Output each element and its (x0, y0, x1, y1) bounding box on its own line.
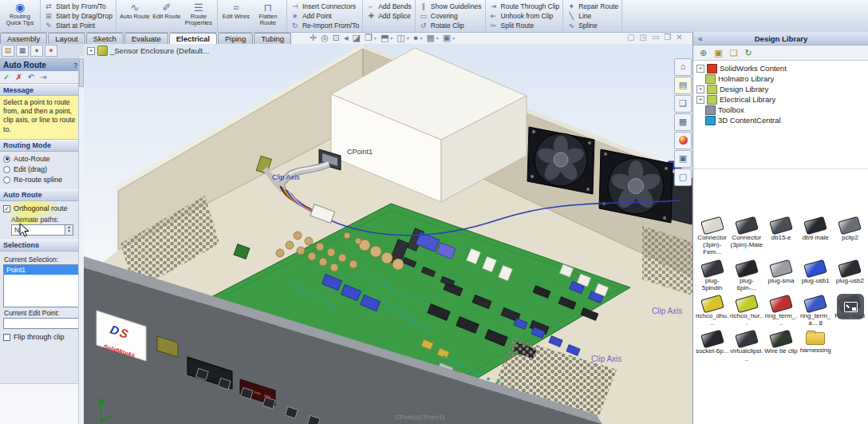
routing-mode-group-header[interactable]: Routing Mode « (0, 140, 84, 152)
tree-expand-icon[interactable]: + (696, 96, 704, 104)
library-part-harnessing[interactable]: harnessing (799, 332, 833, 362)
cancel-icon[interactable]: ✗ (15, 73, 22, 82)
ribbon-button-add-point[interactable]: ∗Add Point (290, 11, 359, 21)
close-icon[interactable]: ✕ (676, 34, 682, 42)
dropdown-arrow-icon[interactable]: ▾ (390, 35, 393, 41)
tree-item-design-library[interactable]: +Design Library (696, 84, 868, 94)
section-view-icon[interactable]: ◪ (353, 33, 361, 43)
previous-view-icon[interactable]: ◂ (344, 33, 349, 43)
library-part-plug-5pindin[interactable]: plug-5pindin (695, 262, 729, 291)
message-group-header[interactable]: Message « (0, 84, 84, 96)
ribbon-button-auto-route[interactable]: ∿Auto Route (119, 1, 151, 31)
ribbon-button-unhook-from-clip[interactable]: ⇤Unhook from Clip (489, 11, 560, 21)
ribbon-button-show-guidelines[interactable]: ∥Show Guidelines (419, 2, 482, 11)
zoom-fit-icon[interactable]: ◎ (321, 33, 329, 43)
cascade-icon[interactable]: ❐ (664, 34, 671, 42)
tree-item-solidworks-content[interactable]: +SolidWorks Content (696, 63, 868, 73)
ribbon-button-start-by-from-to[interactable]: ⇄Start by From/To (44, 2, 112, 11)
radio-icon[interactable] (3, 176, 10, 184)
ribbon-button-route-properties[interactable]: ☰Route Properties (183, 1, 215, 31)
tree-item-toolbox[interactable]: Toolbox (696, 105, 868, 115)
refresh-icon[interactable]: ↻ (745, 47, 752, 58)
dropdown-arrow-icon[interactable]: ▾ (374, 35, 377, 41)
library-part-db15-e[interactable]: db15-e (763, 219, 798, 256)
library-part-richco-dhu[interactable]: richco_dhu... (695, 297, 729, 327)
configurationmanager-tab[interactable]: ♦ (30, 45, 43, 57)
library-part-pclip2[interactable]: pclip2 (833, 219, 867, 256)
library-part-ring-term[interactable]: ring_term_... (763, 297, 798, 327)
tab-piping[interactable]: Piping (218, 33, 253, 44)
file-explorer-tab[interactable]: ❏ (674, 95, 692, 113)
view-orientation-icon[interactable]: ❒ (365, 33, 373, 43)
dimxpertmanager-tab[interactable]: ● (45, 45, 57, 57)
orthogonal-route-checkbox[interactable]: ✓ (3, 205, 10, 212)
video-overlay-button[interactable] (837, 294, 864, 319)
panel-scrollbar[interactable] (78, 57, 84, 424)
restore-icon[interactable]: ◳ (639, 34, 646, 42)
custom-properties-tab[interactable]: ▣ (674, 150, 692, 168)
selections-group-header[interactable]: Selections « (0, 240, 84, 252)
tree-item-electrical-library[interactable]: +Electrical Library (696, 94, 868, 105)
orthogonal-route-option[interactable]: ✓ Orthogonal route (3, 204, 81, 214)
library-part-richco-hur[interactable]: richco_hur... (729, 297, 763, 327)
ribbon-button-flatten-route[interactable]: ⊓Flatten Route (252, 1, 284, 31)
hide-show-items-icon[interactable]: ◫ (397, 33, 404, 43)
current-edit-point-input[interactable] (3, 318, 81, 329)
library-part-ring-term-a-8[interactable]: ring_term_a... 8 (799, 297, 833, 327)
zoom-area-icon[interactable]: ⊡ (333, 33, 340, 43)
pushpin-icon[interactable]: ⇥ (40, 73, 46, 82)
display-style-icon[interactable]: ⬒ (381, 33, 389, 43)
design-library-tab[interactable]: ▤ (674, 77, 692, 94)
maximize-icon[interactable]: ▢ (627, 34, 634, 42)
routing-mode-option-re-route-spline[interactable]: Re-route spline (3, 175, 81, 185)
flip-through-clip-checkbox[interactable] (3, 334, 10, 341)
dropdown-arrow-icon[interactable]: ▾ (436, 35, 439, 41)
propertymanager-tab[interactable]: ▦ (16, 45, 29, 57)
library-part-plug-usb1[interactable]: plug-usb1 (799, 262, 833, 291)
document-recovery-tab[interactable]: ▢ (674, 168, 692, 186)
ribbon-button-repair-route[interactable]: ✦Repair Route (566, 2, 618, 11)
collapse-panel-icon[interactable]: « (693, 34, 708, 43)
solidworks-resources-tab[interactable]: ⌂ (674, 58, 692, 76)
tab-assembly[interactable]: Assembly (0, 33, 47, 44)
ribbon-button-edit-wires[interactable]: ≈Edit Wires (220, 1, 252, 31)
routing-mode-option-auto-route[interactable]: Auto-Route (3, 154, 81, 164)
feature-tree-item[interactable]: + _Sensor Enclosure (Default... (87, 46, 209, 56)
tree-item-holmatro-library[interactable]: Holmatro Library (696, 73, 868, 84)
current-selection-listbox[interactable]: Point1 (3, 264, 81, 307)
dropdown-arrow-icon[interactable]: ▾ (452, 35, 455, 41)
tree-expand-icon[interactable]: + (696, 65, 704, 73)
tree-item-3d-contentcentral[interactable]: 3D ContentCentral (696, 115, 868, 125)
add-file-location-icon[interactable]: ▣ (714, 47, 722, 58)
tab-sketch[interactable]: Sketch (86, 33, 124, 44)
library-part-virtualclipsi[interactable]: virtualclipsi... (729, 332, 763, 362)
ribbon-button-start-at-point[interactable]: ✎Start at Point (44, 21, 112, 30)
view-palette-tab[interactable]: ▦ (674, 113, 692, 131)
library-part-connector-3pin-male[interactable]: Connector (3pin)-Male (729, 219, 763, 256)
dropdown-arrow-icon[interactable]: ▾ (420, 35, 422, 41)
orientation-triad-icon[interactable]: ✛ (310, 33, 317, 43)
spinner-arrows-icon[interactable]: ▲▼ (65, 224, 73, 236)
ribbon-button-covering[interactable]: ▭Covering (419, 11, 482, 21)
expand-icon[interactable]: + (87, 47, 95, 55)
library-part-plug-usb2[interactable]: plug-usb2 (833, 262, 867, 291)
routing-mode-option-edit-drag[interactable]: Edit (drag) (3, 164, 81, 175)
appearances-icon[interactable]: ● (413, 33, 419, 43)
ribbon-button-rotate-clip[interactable]: ↺Rotate Clip (419, 21, 482, 30)
featuremanager-tab[interactable]: ▤ (2, 45, 14, 57)
camera-icon[interactable]: ▣ (443, 33, 451, 43)
flip-through-clip-option[interactable]: Flip through clip (3, 332, 81, 343)
graphics-area[interactable]: D S SolidWorks CPoint1 Clip Axis Clip Ax… (84, 44, 692, 424)
library-part-socket-6p[interactable]: socket-6p... (695, 332, 729, 362)
radio-icon[interactable] (3, 156, 10, 163)
dropdown-arrow-icon[interactable]: ▾ (407, 35, 409, 41)
add-to-library-icon[interactable]: ⊕ (700, 47, 707, 58)
ribbon-button-spline[interactable]: ∿Spline (566, 21, 618, 30)
undo-icon[interactable]: ↶ (28, 73, 34, 82)
ribbon-button-start-by-drag-drop[interactable]: ⊞Start by Drag/Drop (44, 11, 112, 21)
tab-tubing[interactable]: Tubing (254, 33, 291, 44)
library-part-db9-male[interactable]: db9 male (799, 219, 833, 256)
ribbon-button-add-splice[interactable]: ✚Add Splice (366, 11, 412, 21)
appearances-tab[interactable] (674, 132, 692, 149)
auto-route-group-header[interactable]: Auto Route « (0, 189, 84, 201)
